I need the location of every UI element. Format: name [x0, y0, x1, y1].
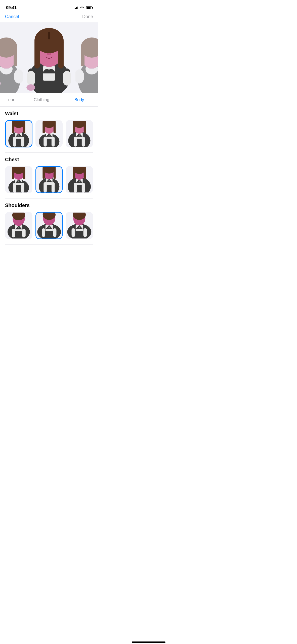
- waist-option-1[interactable]: [5, 120, 32, 147]
- shoulders-title: Shoulders: [5, 203, 93, 208]
- svg-point-110: [49, 180, 50, 181]
- svg-point-32: [47, 53, 49, 55]
- svg-rect-140: [42, 228, 45, 237]
- svg-rect-6: [14, 46, 17, 66]
- svg-rect-130: [12, 229, 15, 237]
- svg-rect-41: [27, 71, 35, 86]
- wifi-icon: [80, 6, 84, 9]
- cancel-button[interactable]: Cancel: [5, 14, 19, 19]
- status-bar: 09:41: [0, 0, 98, 12]
- shoulders-option-2[interactable]: [35, 212, 63, 239]
- chest-title: Chest: [5, 157, 93, 163]
- waist-section: Waist: [0, 107, 98, 153]
- tab-clothing[interactable]: Clothing: [23, 96, 60, 104]
- chest-section: Chest: [0, 153, 98, 199]
- tab-body[interactable]: Body: [60, 96, 98, 104]
- avatar-side-right: [75, 32, 98, 93]
- svg-point-86: [79, 134, 80, 136]
- signal-bars-icon: [74, 6, 78, 9]
- svg-point-33: [49, 53, 51, 55]
- avatar-main: [21, 22, 77, 93]
- tab-headwear[interactable]: ear: [0, 96, 23, 104]
- svg-rect-125: [73, 168, 75, 179]
- chest-options-row: [5, 166, 93, 199]
- svg-point-122: [79, 180, 80, 182]
- shoulders-option-1[interactable]: [5, 212, 32, 239]
- nav-bar: Cancel Done: [0, 12, 98, 22]
- waist-options-row: [5, 120, 93, 153]
- svg-point-144: [48, 227, 50, 228]
- svg-point-98: [18, 180, 19, 182]
- svg-rect-102: [23, 168, 25, 179]
- svg-rect-113: [43, 168, 45, 179]
- svg-rect-38: [48, 32, 50, 39]
- status-icons: [74, 6, 92, 9]
- svg-rect-126: [84, 168, 86, 179]
- svg-rect-141: [53, 228, 56, 237]
- svg-rect-78: [53, 122, 56, 133]
- svg-rect-90: [84, 122, 86, 133]
- avatar-preview: [0, 22, 98, 93]
- battery-icon: [86, 6, 92, 9]
- svg-point-60: [18, 134, 19, 136]
- svg-point-154: [79, 227, 80, 228]
- svg-rect-131: [22, 229, 26, 237]
- waist-option-3[interactable]: [66, 120, 93, 147]
- svg-rect-77: [43, 122, 45, 133]
- waist-option-2[interactable]: [35, 120, 63, 147]
- status-time: 09:41: [6, 5, 17, 10]
- chest-option-3[interactable]: [66, 166, 93, 193]
- svg-point-43: [26, 84, 35, 91]
- svg-rect-151: [83, 228, 87, 237]
- svg-rect-49: [81, 46, 84, 66]
- svg-point-134: [18, 227, 19, 228]
- scroll-content: Waist: [0, 107, 98, 255]
- svg-rect-65: [12, 122, 14, 133]
- svg-rect-101: [12, 168, 14, 179]
- svg-rect-89: [73, 122, 75, 133]
- shoulders-section: Shoulders: [0, 198, 98, 245]
- tab-bar: ear Clothing Body: [0, 93, 98, 107]
- avatar-side-left: [0, 32, 23, 93]
- waist-title: Waist: [5, 111, 93, 116]
- svg-point-74: [49, 134, 50, 136]
- chest-option-2[interactable]: [35, 166, 63, 193]
- shoulders-options-row: [5, 212, 93, 245]
- chest-option-1[interactable]: [5, 166, 32, 193]
- svg-rect-42: [63, 71, 71, 86]
- svg-rect-66: [23, 122, 25, 133]
- done-button[interactable]: Done: [82, 14, 93, 19]
- shoulders-option-3[interactable]: [66, 212, 93, 239]
- svg-rect-114: [53, 168, 56, 179]
- svg-rect-150: [72, 228, 75, 237]
